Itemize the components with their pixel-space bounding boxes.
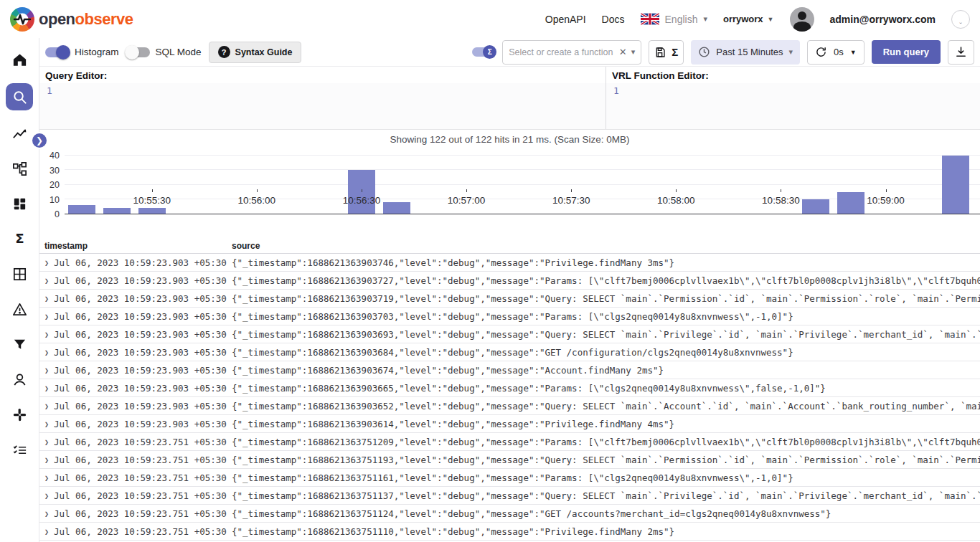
- checklist-icon: [11, 442, 28, 458]
- sigma-icon: Σ: [11, 231, 28, 247]
- search-toolbar: Histogram SQL Mode ? Syntax Guide Σ Sele…: [39, 38, 980, 67]
- column-header-source[interactable]: source: [232, 241, 980, 251]
- openapi-link[interactable]: OpenAPI: [545, 14, 586, 25]
- sidebar-item-reports[interactable]: [6, 438, 33, 462]
- editors-row: Query Editor: 1 VRL Function Editor: 1: [39, 67, 980, 130]
- log-timestamp: Jul 06, 2023 10:59:23.751 +05:30: [54, 490, 232, 501]
- log-timestamp: Jul 06, 2023 10:59:23.751 +05:30: [54, 526, 232, 537]
- log-table-header: timestamp source: [39, 238, 980, 254]
- table-row[interactable]: ❯ Jul 06, 2023 10:59:23.903 +05:30 {"_ti…: [39, 379, 980, 397]
- y-tick-label: 10: [50, 195, 60, 205]
- expand-sidebar-fields-button[interactable]: ❯: [31, 132, 48, 149]
- log-timestamp: Jul 06, 2023 10:59:23.903 +05:30: [54, 419, 232, 429]
- log-source: {"_timestamp":1688621363903674,"level":"…: [232, 365, 980, 376]
- log-timestamp: Jul 06, 2023 10:59:23.903 +05:30: [54, 383, 232, 394]
- table-row[interactable]: ❯ Jul 06, 2023 10:59:23.751 +05:30 {"_ti…: [39, 451, 980, 469]
- x-tick-label: 10:58:30: [762, 195, 800, 206]
- table-row[interactable]: ❯ Jul 06, 2023 10:59:23.903 +05:30 {"_ti…: [39, 308, 980, 325]
- table-row[interactable]: ❯ Jul 06, 2023 10:59:23.903 +05:30 {"_ti…: [39, 290, 980, 308]
- table-row[interactable]: ❯ Jul 06, 2023 10:59:23.751 +05:30 {"_ti…: [39, 469, 980, 487]
- save-function-group[interactable]: Σ: [649, 40, 684, 65]
- table-row[interactable]: ❯ Jul 06, 2023 10:59:23.903 +05:30 {"_ti…: [39, 415, 980, 433]
- openobserve-logo: openobserve: [10, 7, 133, 32]
- log-source: {"_timestamp":1688621363751137,"level":"…: [232, 490, 980, 501]
- docs-link[interactable]: Docs: [602, 14, 625, 25]
- language-selector[interactable]: English ▾: [641, 13, 707, 25]
- top-header: openobserve OpenAPI Docs English ▾ orryw…: [0, 0, 980, 38]
- sidebar-item-users[interactable]: [6, 368, 33, 391]
- expand-row-icon[interactable]: ❯: [39, 384, 54, 392]
- log-source: {"_timestamp":1688621363903727,"level":"…: [232, 275, 980, 286]
- expand-row-icon[interactable]: ❯: [39, 492, 54, 500]
- chevron-down-icon: ▼: [850, 49, 857, 56]
- column-header-timestamp[interactable]: timestamp: [39, 241, 232, 251]
- histogram-toggle[interactable]: Histogram: [45, 47, 119, 57]
- expand-row-icon[interactable]: ❯: [39, 259, 54, 267]
- sidebar-item-functions[interactable]: Σ: [6, 227, 33, 251]
- table-row[interactable]: ❯ Jul 06, 2023 10:59:23.903 +05:30 {"_ti…: [39, 361, 980, 379]
- clear-icon[interactable]: ✕: [619, 47, 627, 57]
- refresh-interval-select[interactable]: 0s ▼: [807, 40, 864, 65]
- table-row[interactable]: ❯ Jul 06, 2023 10:59:23.751 +05:30 {"_ti…: [39, 523, 980, 541]
- expand-row-icon[interactable]: ❯: [39, 474, 54, 482]
- sidebar-item-streams[interactable]: [6, 262, 33, 286]
- expand-row-icon[interactable]: ❯: [39, 456, 54, 464]
- save-icon[interactable]: [654, 47, 666, 58]
- vrl-function-editor[interactable]: 1: [606, 83, 980, 129]
- sidebar-item-filters[interactable]: [6, 333, 33, 356]
- run-query-button[interactable]: Run query: [872, 40, 941, 64]
- sql-mode-toggle[interactable]: SQL Mode: [126, 47, 202, 57]
- expand-row-icon[interactable]: ❯: [39, 528, 54, 536]
- query-editor[interactable]: 1: [39, 83, 606, 129]
- dashboard-icon: [11, 196, 28, 212]
- table-row[interactable]: ❯ Jul 06, 2023 10:59:23.903 +05:30 {"_ti…: [39, 397, 980, 415]
- log-timestamp: Jul 06, 2023 10:59:23.751 +05:30: [54, 455, 232, 465]
- account-menu-button[interactable]: ˬ: [951, 10, 970, 29]
- log-timestamp: Jul 06, 2023 10:59:23.903 +05:30: [54, 365, 232, 376]
- sidebar-item-slack[interactable]: [6, 403, 33, 427]
- x-tick-label: 10:57:30: [552, 195, 590, 206]
- expand-row-icon[interactable]: ❯: [39, 295, 54, 303]
- sidebar-item-dashboards[interactable]: [6, 192, 33, 216]
- refresh-interval-label: 0s: [834, 47, 844, 57]
- expand-row-icon[interactable]: ❯: [39, 420, 54, 428]
- table-row[interactable]: ❯ Jul 06, 2023 10:59:23.903 +05:30 {"_ti…: [39, 272, 980, 290]
- expand-row-icon[interactable]: ❯: [39, 366, 54, 374]
- chevron-down-icon: ▾: [703, 14, 707, 24]
- expand-row-icon[interactable]: ❯: [39, 510, 54, 518]
- expand-row-icon[interactable]: ❯: [39, 331, 54, 338]
- organization-selector[interactable]: orryworx ▼: [723, 14, 774, 24]
- expand-row-icon[interactable]: ❯: [39, 402, 54, 410]
- sigma-icon[interactable]: Σ: [672, 46, 678, 58]
- sidebar-item-alerts[interactable]: [6, 298, 33, 321]
- table-row[interactable]: ❯ Jul 06, 2023 10:59:23.903 +05:30 {"_ti…: [39, 343, 980, 361]
- y-tick-label: 0: [55, 209, 60, 219]
- expand-row-icon[interactable]: ❯: [39, 438, 54, 446]
- uk-flag-icon: [641, 13, 659, 25]
- search-icon: [11, 89, 28, 105]
- expand-row-icon[interactable]: ❯: [39, 277, 54, 285]
- sidebar-item-home[interactable]: [6, 48, 33, 72]
- funnel-icon: [11, 336, 28, 353]
- time-range-select[interactable]: Past 15 Minutes ▾: [691, 40, 800, 65]
- table-row[interactable]: ❯ Jul 06, 2023 10:59:23.751 +05:30 {"_ti…: [39, 487, 980, 505]
- table-row[interactable]: ❯ Jul 06, 2023 10:59:23.903 +05:30 {"_ti…: [39, 325, 980, 343]
- syntax-guide-button[interactable]: ? Syntax Guide: [209, 42, 302, 63]
- table-row[interactable]: ❯ Jul 06, 2023 10:59:23.751 +05:30 {"_ti…: [39, 505, 980, 523]
- function-select[interactable]: Select or create a function ✕ ▾: [502, 40, 641, 65]
- table-row[interactable]: ❯ Jul 06, 2023 10:59:23.751 +05:30 {"_ti…: [39, 433, 980, 451]
- sidebar-item-traces[interactable]: [6, 157, 33, 181]
- line-chart-icon: [11, 125, 28, 142]
- expand-row-icon[interactable]: ❯: [39, 313, 54, 320]
- sidebar-item-metrics[interactable]: [6, 122, 33, 146]
- histogram-x-axis: 10:55:3010:56:0010:56:3010:57:0010:57:30…: [65, 193, 980, 210]
- sidebar-item-search[interactable]: [6, 83, 33, 110]
- table-row[interactable]: ❯ Jul 06, 2023 10:59:23.903 +05:30 {"_ti…: [39, 254, 980, 272]
- log-timestamp: Jul 06, 2023 10:59:23.903 +05:30: [54, 329, 232, 340]
- avatar[interactable]: [790, 7, 814, 32]
- expand-row-icon[interactable]: ❯: [39, 348, 54, 356]
- download-button[interactable]: [948, 40, 974, 65]
- function-toggle[interactable]: Σ: [472, 47, 495, 57]
- query-editor-label: Query Editor:: [39, 67, 606, 83]
- brand-heartbeat-icon: [10, 7, 34, 32]
